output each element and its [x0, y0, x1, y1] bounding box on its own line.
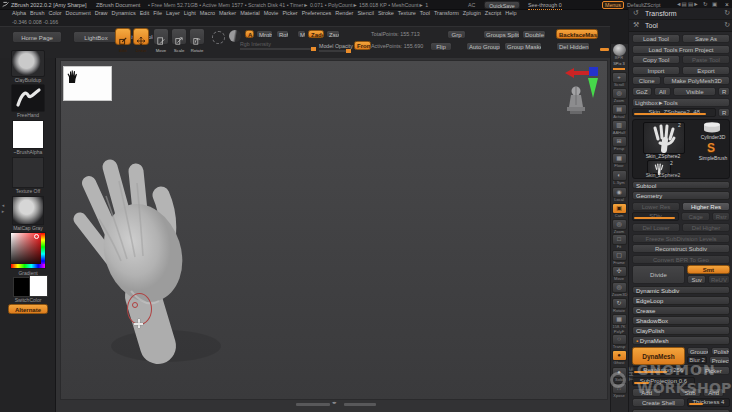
lsym-button[interactable]: ◐L.Sym [611, 170, 627, 186]
menu-dynamics[interactable]: Dynamics [112, 10, 136, 16]
transform-reset-icon[interactable]: ↻ [724, 9, 730, 17]
copy-tool-button[interactable]: Copy Tool [632, 55, 680, 64]
fitcam-button[interactable]: □Fit [611, 234, 627, 250]
smt-toggle[interactable]: Smt [687, 265, 730, 274]
stroke-selector[interactable]: FreeHand [6, 84, 50, 118]
material-selector[interactable]: MatCap Gray [6, 196, 50, 231]
group-masked-button[interactable]: Group Masked [504, 42, 542, 51]
tool-reset-icon[interactable]: ↻ [724, 21, 730, 29]
tray-right-icon[interactable]: ▤► [688, 1, 699, 7]
hue-strip-bottom[interactable] [11, 264, 45, 268]
auto-groups-button[interactable]: Auto Groups [466, 42, 501, 51]
thickness-slider[interactable]: Thickness 4 [687, 398, 730, 407]
menu-texture[interactable]: Texture [398, 10, 416, 16]
menu-alpha[interactable]: Alpha [12, 10, 26, 16]
texture-selector[interactable]: Texture Off [6, 157, 50, 194]
clone-button[interactable]: Clone [632, 76, 661, 85]
zoom-button[interactable]: ◎Zoom [611, 88, 627, 104]
lightbox-tools-button[interactable]: Lightbox►Tools [632, 98, 730, 107]
geometry-section-header[interactable]: Geometry [632, 191, 730, 200]
grid-icon[interactable]: ▣ [712, 1, 717, 7]
reconstruct-subdiv-button[interactable]: Reconstruct Subdiv [632, 244, 730, 253]
m-toggle[interactable]: M [297, 30, 306, 38]
shadowbox-section-header[interactable]: ShadowBox [632, 316, 730, 325]
menu-stencil[interactable]: Stencil [357, 10, 374, 16]
resolution-slider[interactable]: Resolution 256 [632, 366, 695, 375]
subprojection-slider[interactable]: SubProjection 0.6 [632, 377, 695, 386]
solo-button[interactable]: ●Solo [611, 367, 627, 383]
radial-symmetry-icon[interactable] [212, 31, 225, 44]
menu-render[interactable]: Render [335, 10, 353, 16]
active-tool-slider[interactable]: Skin_ZSphere2. 48 [632, 108, 716, 117]
hue-strip-right[interactable] [41, 233, 45, 268]
goz-r-button[interactable]: R [718, 87, 730, 96]
dynamesh-and-toggle[interactable]: And [703, 388, 725, 397]
simplebrush-thumb[interactable]: S [707, 141, 715, 155]
aahalf-button[interactable]: ▥AAHalf [611, 120, 627, 136]
mrgb-toggle[interactable]: Mrgb [256, 30, 273, 38]
quicksave-button[interactable]: QuickSave [484, 1, 520, 9]
rotate-camera-button[interactable]: ↻Rotate [611, 298, 627, 314]
polyf-button[interactable]: ▦158.7KPolyF [611, 314, 627, 334]
higher-res-button[interactable]: Higher Res [682, 202, 730, 211]
move-camera-button[interactable]: ✣Move [611, 266, 627, 282]
brush-selector[interactable]: ClayBuildup [6, 50, 50, 83]
load-tools-from-project-button[interactable]: Load Tools From Project [632, 45, 730, 54]
menu-light[interactable]: Light [184, 10, 196, 16]
draw-mode-button[interactable]: Draw [133, 28, 149, 45]
left-tray-divider[interactable]: ◂▸ [0, 202, 6, 214]
menu-material[interactable]: Material [240, 10, 260, 16]
tool-r-button[interactable]: R [718, 108, 730, 117]
edgeloop-section-header[interactable]: EdgeLoop [632, 296, 730, 305]
rgb-toggle[interactable]: Rgb [276, 30, 289, 38]
dynamesh-groups-toggle[interactable]: Groups [687, 347, 709, 355]
zoomcam-button[interactable]: ◎Zoom [611, 219, 627, 235]
dynamesh-blur-slider[interactable]: Blur 2 [687, 356, 707, 364]
see-through-slider[interactable]: See-through 0 [528, 2, 562, 10]
tray-left-icon[interactable]: ◄▤ [676, 1, 687, 7]
color-picker[interactable] [6, 232, 50, 269]
rotate-mode-button[interactable]: Rotate [189, 28, 205, 45]
dynamesh-project-toggle[interactable]: Project [709, 356, 730, 364]
secondary-color-swatch[interactable] [29, 275, 48, 297]
menu-zscript[interactable]: Zscript [485, 10, 502, 16]
sdiv-slider[interactable]: SDiv [632, 212, 679, 221]
claypolish-section-header[interactable]: ClayPolish [632, 326, 730, 335]
menu-draw[interactable]: Draw [95, 10, 108, 16]
flip-button[interactable]: Flip [430, 42, 452, 51]
import-button[interactable]: Import [632, 66, 680, 75]
dynamic-subdiv-section-header[interactable]: Dynamic Subdiv [632, 286, 730, 295]
menu-tool[interactable]: Tool [420, 10, 430, 16]
subtool-section-header[interactable]: Subtool [632, 181, 730, 190]
dynamesh-sub-toggle[interactable]: Sub [679, 388, 701, 397]
goz-button[interactable]: GoZ [632, 87, 652, 96]
menu-marker[interactable]: Marker [219, 10, 236, 16]
transp-button[interactable]: ◌Transp [611, 334, 627, 350]
document-area[interactable] [60, 60, 608, 400]
save-as-button[interactable]: Save As [682, 34, 730, 43]
suv-toggle[interactable]: Suv [687, 275, 706, 284]
model-opacity-slider[interactable] [319, 50, 351, 52]
scroll-button[interactable]: +Scroll [611, 72, 627, 88]
tool-palette-header[interactable]: ⚒ Tool ↻ [629, 20, 732, 32]
dynamesh-button[interactable]: DynaMesh [632, 347, 685, 365]
ghost-button[interactable]: ●Ghost [611, 350, 627, 366]
load-tool-button[interactable]: Load Tool [632, 34, 680, 43]
cylinder3d-thumb[interactable] [701, 122, 723, 133]
xpose-button[interactable]: ∴Xpose [611, 383, 627, 399]
menu-document[interactable]: Document [66, 10, 91, 16]
divide-button[interactable]: Divide [632, 265, 685, 284]
menu-brush[interactable]: Brush [30, 10, 44, 16]
menu-macro[interactable]: Macro [200, 10, 215, 16]
menu-file[interactable]: File [153, 10, 162, 16]
menu-color[interactable]: Color [48, 10, 61, 16]
scrollbar-arrows-icon[interactable]: ◂▸ [332, 400, 337, 405]
zadd-toggle[interactable]: Zadd [308, 30, 324, 38]
all-button[interactable]: All [654, 87, 672, 96]
menu-layer[interactable]: Layer [166, 10, 180, 16]
dynamesh-add-toggle[interactable]: Add [632, 388, 661, 397]
actual-button[interactable]: ▤Actual [611, 104, 627, 120]
create-shell-button[interactable]: Create Shell [632, 398, 685, 407]
crease-section-header[interactable]: Crease [632, 306, 730, 315]
sculpted-hand-model[interactable] [61, 141, 271, 381]
